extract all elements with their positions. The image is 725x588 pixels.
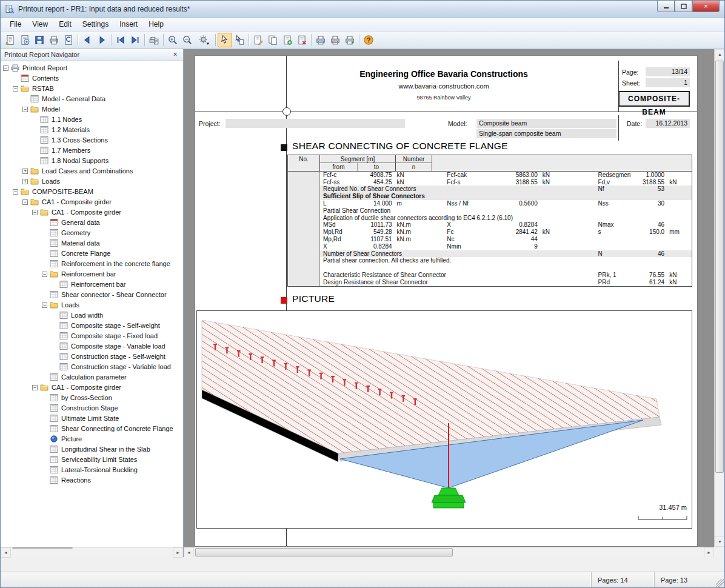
- print-export-button[interactable]: [342, 33, 357, 47]
- tree-item-1-3-cross-sections[interactable]: 1.3 Cross-Sections: [1, 135, 183, 145]
- tree-item-reinforcement-in-the-concrete-flange[interactable]: Reinforcement in the concrete flange: [1, 259, 183, 269]
- tree-item-model[interactable]: −Model: [1, 104, 183, 115]
- first-page-button[interactable]: [113, 33, 128, 47]
- navigator-close-icon[interactable]: ×: [171, 50, 179, 59]
- tree-item-composite-stage-fixed-load[interactable]: Composite stage - Fixed load: [1, 331, 183, 341]
- menu-file[interactable]: File: [4, 18, 27, 30]
- tree-item-loads[interactable]: +Loads: [1, 176, 183, 187]
- title-bar[interactable]: Printout report - PR1: Input data and re…: [1, 1, 724, 18]
- tree-item-printout-report[interactable]: −Printout Report: [1, 63, 183, 73]
- tree-item-ca1-composite-girder[interactable]: −CA1 - Composite girder: [1, 383, 183, 393]
- tree-item-reactions[interactable]: Reactions: [1, 475, 183, 486]
- tree-item-calculation-parameter[interactable]: Calculation parameter: [1, 372, 183, 383]
- menu-edit[interactable]: Edit: [53, 18, 77, 30]
- tree-item-loads[interactable]: −Loads: [1, 300, 183, 310]
- tree-item-by-cross-section[interactable]: by Cross-Section: [1, 393, 183, 403]
- tree-item-material-data[interactable]: Material data: [1, 238, 183, 249]
- tree-item-construction-stage[interactable]: Construction Stage: [1, 403, 183, 413]
- collapse-icon[interactable]: −: [42, 272, 47, 277]
- tree-item-construction-stage-variable-load[interactable]: Construction stage - Variable load: [1, 362, 183, 372]
- open-report-button[interactable]: [18, 33, 32, 47]
- menu-help[interactable]: Help: [143, 18, 169, 30]
- tree-item-load-width[interactable]: Load width: [1, 310, 183, 321]
- print-header-button[interactable]: [313, 33, 328, 47]
- nav-forward-button[interactable]: [95, 33, 109, 47]
- collapse-icon[interactable]: −: [13, 189, 18, 195]
- tree-item-concrete-flange[interactable]: Concrete Flange: [1, 249, 183, 259]
- scroll-left-icon[interactable]: ◄: [1, 547, 11, 558]
- zoom-in-button[interactable]: [165, 33, 180, 47]
- tree-item-serviceability-limit-states[interactable]: Serviceability Limit States: [1, 455, 183, 465]
- tree-item-longitudinal-shear-in-the-slab[interactable]: Longitudinal Shear in the Slab: [1, 444, 183, 455]
- navigator-horizontal-scrollbar[interactable]: ◄ ►: [1, 547, 183, 557]
- expand-icon[interactable]: +: [22, 169, 28, 174]
- collapse-icon[interactable]: −: [32, 385, 38, 390]
- resize-grip[interactable]: [716, 579, 724, 587]
- tree-item-1-1-nodes[interactable]: 1.1 Nodes: [1, 115, 183, 125]
- tree-item-model-general-data[interactable]: Model - General Data: [1, 94, 183, 104]
- nav-back-button[interactable]: [80, 33, 95, 47]
- collapse-icon[interactable]: −: [13, 86, 18, 92]
- report-page[interactable]: Engineering Office Bavaria Constructions…: [195, 55, 698, 547]
- tree-item-rstab[interactable]: −RSTAB: [1, 84, 183, 94]
- last-page-button[interactable]: [128, 33, 142, 47]
- insert-page-button[interactable]: [280, 33, 295, 47]
- tree-item-lateral-torsional-buckling[interactable]: Lateral-Torsional Buckling: [1, 465, 183, 475]
- maximize-button[interactable]: [675, 1, 692, 12]
- goto-page-button[interactable]: [147, 33, 161, 47]
- menu-insert[interactable]: Insert: [114, 18, 143, 30]
- horizontal-scrollbar[interactable]: ◄ ►: [184, 547, 714, 557]
- help-button[interactable]: ?: [361, 33, 376, 47]
- scroll-down-icon[interactable]: ▼: [715, 536, 724, 547]
- tree-item-geometry[interactable]: Geometry: [1, 228, 183, 238]
- tree-item-shear-connector-shear-connector[interactable]: Shear connector - Shear Connector: [1, 290, 183, 300]
- tree-item-general-data[interactable]: General data: [1, 218, 183, 228]
- print-graphic-button[interactable]: [328, 33, 342, 47]
- tree-item-construction-stage-self-weight[interactable]: Construction stage - Self-weight: [1, 352, 183, 362]
- composite-beam-3d-view[interactable]: [197, 311, 693, 529]
- tree-item-composite-stage-self-weight[interactable]: Composite stage - Self-weight: [1, 321, 183, 331]
- collapse-icon[interactable]: −: [32, 210, 38, 215]
- print-report-button[interactable]: [47, 33, 61, 47]
- pan-mode-button[interactable]: [232, 33, 247, 47]
- zoom-out-button[interactable]: [180, 33, 195, 47]
- scroll-up-icon[interactable]: ▲: [715, 49, 724, 59]
- save-report-button[interactable]: [32, 33, 47, 47]
- vertical-scrollbar[interactable]: ▲ ▼: [714, 49, 724, 547]
- scroll-left-icon[interactable]: ◄: [184, 547, 194, 557]
- delete-page-button[interactable]: [295, 33, 309, 47]
- scrollbar-thumb[interactable]: [12, 547, 73, 549]
- tree-item-composite-stage-variable-load[interactable]: Composite stage - Variable load: [1, 341, 183, 352]
- scrollbar-thumb[interactable]: [195, 548, 453, 556]
- tree-item-picture[interactable]: Picture: [1, 434, 183, 444]
- tree-item-contents[interactable]: Contents: [1, 73, 183, 84]
- tree-item-ca1-composite-girder[interactable]: −CA1 - Composite girder: [1, 197, 183, 207]
- refresh-report-button[interactable]: [61, 33, 76, 47]
- menu-settings[interactable]: Settings: [77, 18, 114, 30]
- view-options-button[interactable]: [195, 33, 213, 47]
- close-button[interactable]: ×: [692, 1, 720, 12]
- tree-item-shear-connecting-of-concrete-flange[interactable]: Shear Connecting of Concrete Flange: [1, 424, 183, 434]
- tree-item-ca1-composite-girder[interactable]: −CA1 - Composite girder: [1, 207, 183, 218]
- tree-item-composite-beam[interactable]: −COMPOSITE-BEAM: [1, 187, 183, 197]
- collapse-icon[interactable]: −: [42, 302, 47, 308]
- tree-item-1-2-materials[interactable]: 1.2 Materials: [1, 125, 183, 135]
- new-page-button[interactable]: [3, 33, 18, 47]
- collapse-icon[interactable]: −: [22, 107, 28, 112]
- tree-item-1-8-nodal-supports[interactable]: 1.8 Nodal Supports: [1, 156, 183, 166]
- tree-item-load-cases-and-combinations[interactable]: +Load Cases and Combinations: [1, 166, 183, 176]
- scroll-right-icon[interactable]: ►: [173, 547, 183, 558]
- scrollbar-thumb[interactable]: [715, 61, 724, 473]
- tree-item-reinforcement-bar[interactable]: −Reinforcement bar: [1, 269, 183, 279]
- tree-item-ultimate-limit-state[interactable]: Ultimate Limit State: [1, 413, 183, 424]
- scroll-right-icon[interactable]: ►: [704, 547, 714, 557]
- select-mode-button[interactable]: [218, 33, 232, 47]
- menu-view[interactable]: View: [27, 18, 53, 30]
- expand-icon[interactable]: +: [22, 179, 28, 184]
- edit-page-button[interactable]: [251, 33, 266, 47]
- copy-page-button[interactable]: [266, 33, 280, 47]
- collapse-icon[interactable]: −: [3, 65, 8, 71]
- tree-item-1-7-members[interactable]: 1.7 Members: [1, 145, 183, 156]
- minimize-button[interactable]: [657, 1, 675, 12]
- collapse-icon[interactable]: −: [22, 199, 28, 205]
